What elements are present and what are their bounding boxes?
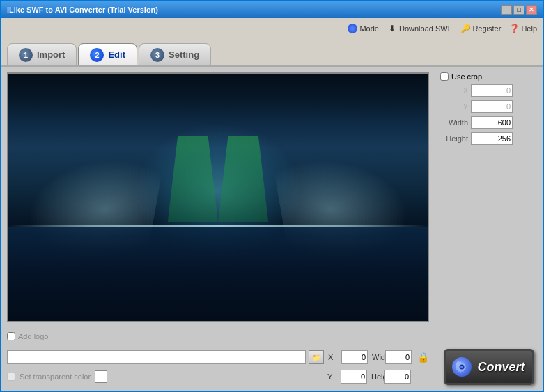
tabs-bar: 1 Import 2 Edit 3 Setting — [1, 39, 543, 65]
preview-frame — [7, 72, 429, 322]
add-logo-label: Add logo — [18, 332, 48, 340]
use-crop-label: Use crop — [451, 72, 482, 81]
add-logo-checkbox[interactable] — [7, 332, 15, 340]
help-menu-item[interactable]: ❓ Help — [509, 24, 537, 33]
maximize-button[interactable]: □ — [513, 5, 524, 15]
crop-header: Use crop — [440, 72, 537, 81]
crop-section: Use crop X Y Width Height — [440, 72, 537, 145]
transparent-label: Set transparent color — [20, 373, 91, 381]
crop-x-input[interactable] — [471, 84, 513, 97]
color-swatch[interactable] — [95, 370, 107, 383]
side-panel: Use crop X Y Width Height — [435, 67, 543, 391]
logo-y-input[interactable] — [341, 370, 367, 384]
logo-height-group: Height — [371, 370, 411, 384]
crop-width-row: Width — [440, 116, 537, 129]
window-title: iLike SWF to AVI Converter (Trial Versio… — [7, 6, 158, 14]
crop-x-label: X — [440, 86, 468, 95]
logo-x-group: X — [328, 350, 368, 364]
tab-edit-number: 2 — [90, 48, 104, 62]
preview-image — [8, 74, 428, 321]
crop-height-input[interactable] — [471, 132, 513, 145]
app-window: iLike SWF to AVI Converter (Trial Versio… — [0, 0, 544, 392]
download-icon: ⬇ — [387, 24, 397, 33]
logo-width-label: Width — [372, 353, 383, 361]
transparent-row: Set transparent color Y Height — [7, 368, 429, 385]
water-surface — [8, 227, 428, 321]
svg-point-2 — [460, 366, 463, 368]
title-bar: iLike SWF to AVI Converter (Trial Versio… — [1, 1, 543, 18]
main-panel: Add logo 📁 X Width — [1, 67, 435, 391]
crop-x-row: X — [440, 84, 537, 97]
convert-icon — [452, 357, 472, 377]
close-button[interactable]: ✕ — [526, 5, 537, 15]
logo-bar: Add logo — [7, 327, 429, 346]
transparent-bar: Set transparent color — [7, 368, 107, 385]
convert-gear-svg — [456, 361, 468, 373]
help-icon: ❓ — [509, 24, 519, 33]
logo-path-container: 📁 — [7, 350, 324, 364]
mode-icon — [348, 24, 357, 33]
logo-y-label: Y — [327, 373, 339, 381]
mode-menu-item[interactable]: Mode — [348, 24, 379, 33]
tab-import-number: 1 — [19, 48, 33, 62]
lock-icon: 🔒 — [417, 352, 429, 363]
tab-setting[interactable]: 3 Setting — [139, 43, 211, 65]
convert-button[interactable]: Convert — [444, 349, 534, 385]
crop-height-label: Height — [440, 134, 468, 143]
logo-x-label: X — [328, 353, 339, 361]
crop-y-input[interactable] — [471, 100, 513, 113]
crop-width-label: Width — [440, 118, 468, 127]
logo-y-group: Y — [327, 370, 367, 384]
logo-path-input[interactable] — [7, 350, 306, 364]
register-icon: 🔑 — [460, 24, 470, 33]
browse-button[interactable]: 📁 — [309, 350, 324, 364]
crop-width-input[interactable] — [471, 116, 513, 129]
logo-height-label: Height — [371, 373, 382, 381]
spacer — [440, 149, 537, 345]
logo-height-input[interactable] — [384, 370, 411, 384]
tab-import[interactable]: 1 Import — [7, 43, 77, 65]
tab-edit[interactable]: 2 Edit — [78, 43, 137, 65]
add-logo-checkbox-group: Add logo — [7, 332, 48, 340]
menu-bar: Mode ⬇ Download SWF 🔑 Register ❓ Help — [1, 18, 543, 39]
crop-height-row: Height — [440, 132, 537, 145]
download-menu-item[interactable]: ⬇ Download SWF — [387, 24, 452, 33]
folder-icon: 📁 — [312, 354, 320, 361]
tab-setting-number: 3 — [150, 48, 164, 62]
crop-y-row: Y — [440, 100, 537, 113]
register-menu-item[interactable]: 🔑 Register — [460, 24, 501, 33]
convert-label: Convert — [477, 360, 524, 375]
logo-width-group: Width — [372, 350, 412, 364]
transparent-checkbox[interactable] — [7, 373, 15, 381]
logo-path-row: 📁 X Width 🔒 — [7, 350, 429, 364]
convert-section: Convert — [440, 349, 537, 385]
use-crop-checkbox[interactable] — [440, 72, 449, 81]
window-controls: – □ ✕ — [501, 5, 537, 15]
logo-x-input[interactable] — [341, 350, 368, 364]
logo-width-input[interactable] — [385, 350, 412, 364]
content-area: Add logo 📁 X Width — [1, 65, 543, 391]
crop-y-label: Y — [440, 102, 468, 111]
minimize-button[interactable]: – — [501, 5, 512, 15]
